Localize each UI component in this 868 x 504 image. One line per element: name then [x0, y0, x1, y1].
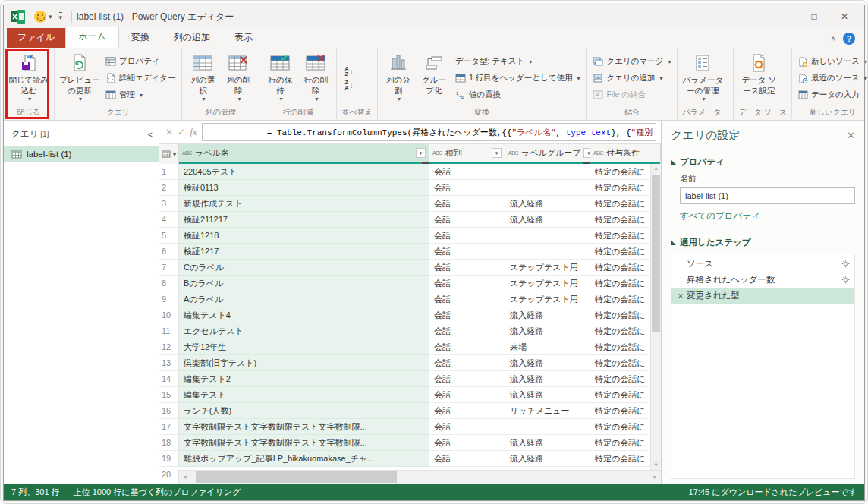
table-row[interactable]: 11 エクセルテスト 会話 流入経路 特定の会話に: [159, 323, 661, 339]
group-by-button[interactable]: グループ化: [417, 50, 451, 106]
all-properties-link[interactable]: すべてのプロパティ: [680, 210, 855, 222]
row-number[interactable]: 6: [159, 244, 179, 260]
sort-descending-button[interactable]: ZA ↓: [344, 80, 353, 90]
cell-type[interactable]: 会話: [429, 307, 505, 323]
cell-label-group[interactable]: 流入経路: [505, 387, 590, 403]
cell-label-group[interactable]: [505, 164, 590, 180]
cell-label-name[interactable]: 検証0113: [179, 180, 429, 196]
vertical-scroll-thumb[interactable]: [652, 175, 660, 332]
cell-label-group[interactable]: [505, 419, 590, 435]
cell-label-name[interactable]: 検証1217: [179, 244, 429, 260]
feedback-smiley-icon[interactable]: [34, 11, 46, 23]
scroll-up-icon[interactable]: ˄: [654, 164, 658, 174]
advanced-editor-button[interactable]: 詳細エディター: [102, 71, 178, 87]
settings-close-icon[interactable]: ✕: [847, 130, 855, 141]
formula-input[interactable]: = Table.TransformColumnTypes(昇格されたヘッダー数,…: [202, 123, 656, 141]
column-type-icon[interactable]: ABC: [508, 150, 518, 156]
table-row[interactable]: 3 新規作成テスト 会話 流入経路 特定の会話に: [159, 196, 661, 212]
merge-queries-button[interactable]: クエリのマージ▾: [590, 54, 674, 70]
cell-type[interactable]: 会話: [429, 451, 505, 467]
row-number[interactable]: 17: [159, 419, 179, 435]
table-row[interactable]: 4 検証211217 会話 流入経路 特定の会話に: [159, 212, 661, 228]
tab-file[interactable]: ファイル: [7, 28, 65, 48]
properties-section-header[interactable]: プロパティ: [671, 156, 855, 168]
row-number[interactable]: 7: [159, 260, 179, 276]
column-header-type[interactable]: ABC 種別 ▾: [429, 144, 505, 164]
scroll-left-icon[interactable]: ˂: [179, 474, 191, 480]
cell-label-group[interactable]: 流入経路: [505, 196, 590, 212]
use-first-row-button[interactable]: 1 行目をヘッダーとして使用▾: [452, 71, 583, 87]
formula-cancel-icon[interactable]: ✕: [165, 127, 173, 137]
cell-label-group[interactable]: ステップテスト用: [505, 291, 590, 307]
step-settings-gear-icon[interactable]: [841, 260, 850, 268]
row-number[interactable]: 8: [159, 276, 179, 291]
cell-type[interactable]: 会話: [429, 339, 505, 355]
cell-label-name[interactable]: 文字数制限テスト文字数制限テスト文字数制限...: [179, 419, 429, 435]
cell-label-name[interactable]: 検証1218: [179, 228, 429, 244]
filter-dropdown-icon[interactable]: ▾: [492, 148, 502, 158]
data-type-button[interactable]: データ型: テキスト▾: [452, 54, 583, 70]
step-promoted-headers[interactable]: 昇格されたヘッダー数: [671, 272, 854, 288]
cell-label-group[interactable]: 流入経路: [505, 307, 590, 323]
data-source-settings-button[interactable]: データ ソース設定: [737, 50, 781, 106]
horizontal-scroll-track[interactable]: [191, 471, 649, 484]
row-number[interactable]: 14: [159, 371, 179, 387]
cell-type[interactable]: 会話: [429, 244, 505, 260]
minimize-button[interactable]: —: [769, 11, 799, 22]
cell-type[interactable]: 会話: [429, 371, 505, 387]
column-type-icon[interactable]: ABC: [182, 150, 192, 156]
cell-type[interactable]: 会話: [429, 228, 505, 244]
row-number[interactable]: 3: [159, 196, 179, 212]
status-profiling[interactable]: 上位 1000 行に基づく列のプロファイリング: [74, 487, 241, 498]
row-number[interactable]: 19: [159, 451, 179, 467]
manage-parameters-button[interactable]: パラメーターの管理▾: [681, 50, 725, 106]
table-row[interactable]: 19 離脱ポップアップ_記事LP_hikakuomakase_チャ... 会話 …: [159, 451, 661, 467]
tab-home[interactable]: ホーム: [65, 27, 119, 48]
row-number[interactable]: 4: [159, 212, 179, 228]
properties-button[interactable]: プロパティ: [102, 54, 178, 70]
cell-label-name[interactable]: 編集テスト4: [179, 307, 429, 323]
cell-type[interactable]: 会話: [429, 291, 505, 307]
cell-label-name[interactable]: Bのラベル: [179, 276, 429, 291]
row-number[interactable]: 1: [159, 164, 179, 180]
tab-add-column[interactable]: 列の追加: [162, 28, 222, 48]
column-header-group[interactable]: ABC ラベルグループ ▾: [505, 144, 590, 164]
refresh-preview-button[interactable]: プレビューの更新▾: [58, 50, 102, 106]
cell-label-name[interactable]: 編集テスト: [179, 387, 429, 403]
table-corner-button[interactable]: ▾: [159, 144, 179, 164]
maximize-button[interactable]: □: [799, 11, 829, 22]
step-delete-icon[interactable]: ✕: [675, 292, 687, 300]
tab-transform[interactable]: 変換: [119, 28, 162, 48]
row-number[interactable]: 10: [159, 307, 179, 323]
recent-sources-button[interactable]: 最近のソース▾: [795, 71, 868, 87]
sort-ascending-button[interactable]: AZ ↓: [344, 66, 353, 77]
table-row[interactable]: 6 検証1217 会話 特定の会話に: [159, 244, 661, 260]
cell-label-group[interactable]: ステップテスト用: [505, 276, 590, 291]
table-row[interactable]: 8 Bのラベル 会話 ステップテスト用 特定の会話に: [159, 276, 661, 291]
cell-type[interactable]: 会話: [429, 212, 505, 228]
column-header-label[interactable]: ABC ラベル名 ▾: [179, 144, 429, 164]
table-row[interactable]: 17 文字数制限テスト文字数制限テスト文字数制限... 会話 特定の会話に: [159, 419, 661, 435]
table-row[interactable]: 5 検証1218 会話 特定の会話に: [159, 228, 661, 244]
cell-label-name[interactable]: 220405テスト: [179, 164, 429, 180]
table-row[interactable]: 2 検証0113 会話 特定の会話に: [159, 180, 661, 196]
row-number[interactable]: 11: [159, 323, 179, 339]
cell-type[interactable]: 会話: [429, 180, 505, 196]
cell-label-name[interactable]: 編集テスト2: [179, 371, 429, 387]
table-row[interactable]: 13 倶楽部(旧字テスト) 会話 流入経路 特定の会話に: [159, 355, 661, 371]
cell-type[interactable]: 会話: [429, 260, 505, 276]
close-and-load-button[interactable]: 閉じて読み込む▾: [7, 50, 51, 106]
cell-label-name[interactable]: 倶楽部(旧字テスト): [179, 355, 429, 371]
scroll-right-icon[interactable]: ˃: [649, 474, 661, 480]
cell-type[interactable]: 会話: [429, 276, 505, 291]
replace-values-button[interactable]: 12 値の置換: [452, 87, 583, 103]
step-changed-type[interactable]: ✕ 変更された型: [671, 288, 854, 304]
cell-label-name[interactable]: ランチ(人数): [179, 403, 429, 419]
table-row[interactable]: 12 大学12年生 会話 来場 特定の会話に: [159, 339, 661, 355]
row-number[interactable]: 13: [159, 355, 179, 371]
query-list-item[interactable]: label-list (1): [4, 146, 159, 162]
cell-label-group[interactable]: 流入経路: [505, 451, 590, 467]
cell-label-group[interactable]: 流入経路: [505, 435, 590, 451]
collapse-ribbon-icon[interactable]: ˄: [831, 35, 835, 43]
cell-label-name[interactable]: 検証211217: [179, 212, 429, 228]
